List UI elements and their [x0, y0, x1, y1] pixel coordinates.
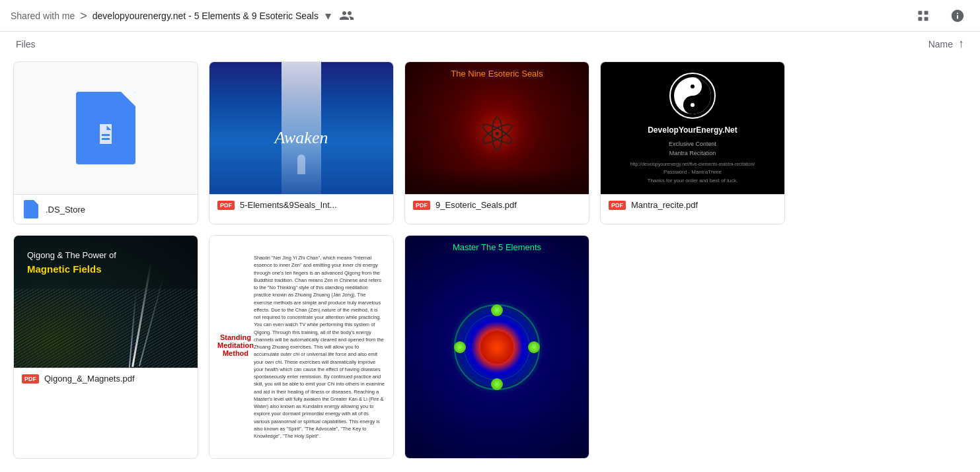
thumbnail-mantra: DevelopYourEnergy.Net Exclusive ContentM…: [601, 62, 784, 194]
mantra-site-name: DevelopYourEnergy.Net: [648, 125, 737, 135]
pdf-badge-qigong-magnets: PDF: [22, 374, 39, 384]
file-card-9esoteric[interactable]: The Nine Esoteric Seals ⚛ PDF 9_Esoteric…: [404, 61, 589, 224]
file-name-5elements: 5-Elements&9Seals_Int...: [240, 200, 337, 210]
file-card-mantra[interactable]: DevelopYourEnergy.Net Exclusive ContentM…: [600, 61, 785, 224]
breadcrumb-separator: >: [80, 10, 87, 22]
file-card-qigong-magnets[interactable]: Qigong & The Power of Magnetic Fields PD…: [13, 235, 198, 459]
info-button[interactable]: [946, 4, 969, 28]
file-name-9esoteric: 9_Esoteric_Seals.pdf: [435, 200, 517, 210]
breadcrumb-dropdown-icon[interactable]: ▾: [325, 9, 331, 23]
file-name-ds-store: .DS_Store: [46, 205, 85, 215]
header-action-icons: [911, 4, 969, 28]
pdf-badge-9esoteric: PDF: [413, 201, 430, 210]
mantra-thanks: Thanks for your order and best of luck.: [648, 178, 738, 184]
file-footer-9esoteric: PDF 9_Esoteric_Seals.pdf: [405, 194, 589, 215]
nine-seals-title: The Nine Esoteric Seals: [451, 69, 543, 79]
breadcrumb-bar: Shared with me > developyourenergy.net -…: [0, 0, 980, 32]
file-footer-ds-store: .DS_Store: [14, 194, 198, 224]
generic-file-badge: [22, 200, 40, 219]
file-footer-qigong-magnets: PDF Qigong_&_Magnets.pdf: [14, 368, 198, 389]
thumbnail-nine-seals: The Nine Esoteric Seals ⚛: [405, 62, 589, 194]
thumbnail-ds-store: [14, 62, 198, 194]
thumbnail-the-elements: Master The 5 Elements: [405, 236, 589, 458]
svg-point-3: [691, 84, 695, 88]
standing-title: Standing Meditation Method: [217, 333, 254, 357]
qigong-title: Qigong & The Power of Magnetic Fields: [27, 249, 116, 277]
file-name-mantra: Mantra_recite.pdf: [631, 200, 698, 210]
mantra-password: Password - MantraThree: [663, 169, 722, 175]
elements-title-text: Master The 5 Elements: [453, 242, 541, 252]
file-card-standing-zen[interactable]: Standing Meditation Method Shaolin "Nei …: [209, 235, 394, 459]
sort-name-button[interactable]: Name: [928, 39, 953, 50]
file-footer-mantra: PDF Mantra_recite.pdf: [601, 194, 784, 215]
yin-yang-symbol: [669, 73, 716, 119]
file-card-5elements[interactable]: Awaken PDF 5-Elements&9Seals_Int...: [209, 61, 394, 224]
files-grid: .DS_Store Awaken PDF 5-Elements&9Seals_I…: [0, 56, 980, 464]
nine-seals-symbol: ⚛: [476, 108, 518, 162]
elements-mandala: [451, 301, 543, 393]
sort-controls: Name ↑: [928, 37, 964, 51]
thumbnail-qigong-magnets: Qigong & The Power of Magnetic Fields: [14, 236, 198, 368]
mantra-url-text: http://developyourenergy.net/five-elemen…: [630, 162, 755, 166]
breadcrumb-root[interactable]: Shared with me: [11, 11, 75, 21]
sort-direction-icon[interactable]: ↑: [958, 37, 964, 51]
breadcrumb-current: developyourenergy.net - 5 Elements & 9 E…: [93, 11, 319, 21]
awaken-title-text: Awaken: [275, 128, 328, 148]
file-footer-standing-zen: PDF Standing_Zen_Qigong....: [209, 458, 393, 459]
file-footer-5elements: PDF 5-Elements&9Seals_Int...: [209, 194, 393, 215]
standing-body-text: Shaolin "Nei Jing Yi Zhi Chan", which me…: [254, 254, 385, 440]
shared-people-icon[interactable]: [339, 8, 354, 23]
svg-point-4: [691, 103, 695, 107]
file-card-the-elements[interactable]: Master The 5 Elements PDF The_Elements.p…: [404, 235, 589, 459]
thumbnail-standing: Standing Meditation Method Shaolin "Nei …: [209, 236, 393, 458]
files-toolbar: Files Name ↑: [0, 32, 980, 56]
mantra-subtitle: Exclusive ContentMantra Recitation: [669, 140, 716, 158]
file-name-qigong-magnets: Qigong_&_Magnets.pdf: [44, 374, 135, 384]
pdf-badge-mantra: PDF: [609, 201, 626, 210]
file-footer-the-elements: PDF The_Elements.pdf: [405, 458, 589, 459]
file-card-ds-store[interactable]: .DS_Store: [13, 61, 198, 224]
grid-view-button[interactable]: [911, 4, 935, 28]
thumbnail-awaken: Awaken: [209, 62, 393, 194]
pdf-badge-5elements: PDF: [217, 201, 235, 210]
files-label: Files: [16, 39, 36, 50]
